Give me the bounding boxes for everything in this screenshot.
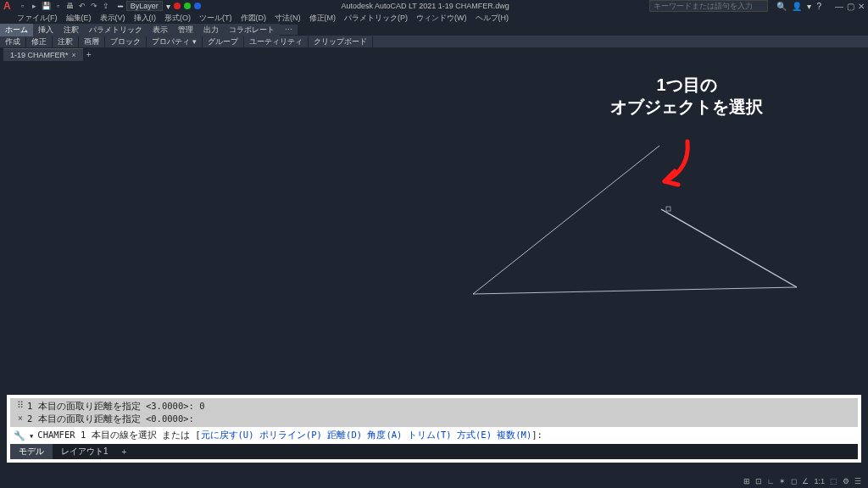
annot-line1: 1つ目の: [610, 74, 763, 96]
cmd-recent-icon[interactable]: ▾: [29, 430, 34, 441]
window-title: Autodesk AutoCAD LT 2021 1-19 CHAMFER.dw…: [201, 2, 650, 10]
svg-line-0: [473, 146, 659, 294]
menu-dim[interactable]: 寸法(N): [275, 13, 301, 24]
ribbon-tabs: ホーム 挿入 注釈 パラメトリック 表示 管理 出力 コラボレート ⋯: [0, 24, 868, 36]
panel-annotate[interactable]: 注釈: [53, 36, 79, 47]
redo-icon[interactable]: ↷: [89, 1, 99, 11]
print-icon[interactable]: 🖶: [65, 1, 75, 11]
minimize-icon[interactable]: —: [835, 2, 843, 11]
close-icon[interactable]: ✕: [858, 2, 865, 11]
panel-clipboard[interactable]: クリップボード: [309, 36, 373, 47]
cmd-hist-line2: 2 本目の面取り距離を指定 <0.0000>:: [27, 413, 854, 425]
panel-utility[interactable]: ユーティリティ: [244, 36, 309, 47]
cmd-option[interactable]: 距離(D): [327, 430, 362, 440]
sb-ortho-icon[interactable]: ∟: [767, 477, 775, 485]
sb-osnap-icon[interactable]: ◻: [791, 477, 797, 485]
menu-view[interactable]: 表示(V): [100, 13, 125, 24]
sb-track-icon[interactable]: ∠: [802, 477, 809, 485]
app-logo: A: [3, 0, 11, 12]
doc-close-icon[interactable]: ×: [72, 51, 76, 59]
tab-home[interactable]: ホーム: [0, 24, 33, 36]
layer-control[interactable]: ━ ByLayer ▾: [118, 1, 201, 11]
cmd-prompt: CHAMFER 1 本目の線を選択 または [元に戻す(U) ポリライン(P) …: [37, 430, 542, 441]
cmd-grip-icon[interactable]: ⠿: [17, 400, 24, 410]
share-icon[interactable]: ⇪: [101, 1, 111, 11]
sb-menu-icon[interactable]: ☰: [854, 477, 861, 485]
cmd-close-icon[interactable]: ×: [18, 413, 23, 423]
menu-modify[interactable]: 修正(M): [309, 13, 337, 24]
command-panel: ⠿ × 1 本目の面取り距離を指定 <3.0000>: 0 2 本目の面取り距離…: [7, 395, 861, 463]
panel-property[interactable]: プロパティ ▾: [147, 36, 203, 47]
search-icon[interactable]: 🔍: [776, 2, 787, 11]
sb-units-icon[interactable]: ⬚: [830, 477, 837, 485]
open-icon[interactable]: ▸: [30, 1, 40, 11]
sb-polar-icon[interactable]: ✶: [779, 477, 786, 485]
undo-icon[interactable]: ↶: [77, 1, 87, 11]
cloud-icon[interactable]: ▾: [807, 2, 811, 11]
help-icon[interactable]: ?: [816, 2, 821, 11]
tab-insert[interactable]: 挿入: [33, 24, 58, 36]
search-input[interactable]: [649, 0, 768, 12]
menu-edit[interactable]: 編集(E): [66, 13, 92, 24]
new-layout-icon[interactable]: +: [117, 447, 132, 457]
cmd-option[interactable]: ポリライン(P): [259, 430, 322, 440]
cmd-option[interactable]: 角度(A): [367, 430, 402, 440]
svg-line-1: [473, 287, 797, 294]
annotation-arrow-icon: [641, 137, 709, 197]
menu-format[interactable]: 形式(O): [164, 13, 191, 24]
panel-group[interactable]: グループ: [203, 36, 244, 47]
panel-block[interactable]: ブロック: [105, 36, 147, 47]
panel-modify[interactable]: 修正: [26, 36, 53, 47]
sb-gear-icon[interactable]: ⚙: [843, 477, 849, 485]
menu-file[interactable]: ファイル(F): [17, 13, 58, 24]
tab-view[interactable]: 表示: [147, 24, 173, 36]
cmd-option[interactable]: トリム(T): [408, 430, 452, 440]
menu-insert[interactable]: 挿入(I): [134, 13, 157, 24]
wrench-icon[interactable]: 🔧: [14, 430, 25, 441]
cmd-option[interactable]: 方式(E): [457, 430, 492, 440]
annot-line2: オブジェクトを選択: [610, 96, 763, 118]
signin-icon[interactable]: 👤: [792, 2, 802, 11]
save-icon[interactable]: 💾: [42, 1, 52, 11]
cmd-option[interactable]: 元に戻す(U): [201, 430, 254, 440]
color-blue-icon[interactable]: [194, 3, 201, 9]
annotation-text: 1つ目の オブジェクトを選択: [610, 74, 763, 118]
tab-collab[interactable]: コラボレート: [224, 24, 280, 36]
ribbon-panels: 作成 修正 注釈 画層 ブロック プロパティ ▾ グループ ユーティリティ クリ…: [0, 36, 868, 47]
tab-output[interactable]: 出力: [198, 24, 224, 36]
drawing-canvas[interactable]: 1つ目の オブジェクトを選択: [0, 61, 868, 395]
tab-expand[interactable]: ⋯: [280, 25, 298, 35]
layer-name[interactable]: ByLayer: [126, 1, 163, 11]
document-tabs: 1-19 CHAMFER* × +: [0, 47, 868, 61]
menu-parametric[interactable]: パラメトリック(P): [344, 13, 408, 24]
color-red-icon[interactable]: [174, 3, 181, 9]
sb-scale[interactable]: 1:1: [814, 477, 825, 485]
menu-help[interactable]: ヘルプ(H): [476, 13, 509, 24]
menu-window[interactable]: ウィンドウ(W): [416, 13, 467, 24]
menu-tool[interactable]: ツール(T): [199, 13, 232, 24]
menubar: ファイル(F) 編集(E) 表示(V) 挿入(I) 形式(O) ツール(T) 作…: [0, 12, 868, 24]
tab-manage[interactable]: 管理: [173, 24, 198, 36]
new-icon[interactable]: ▫: [18, 1, 28, 11]
color-green-icon[interactable]: [184, 3, 191, 9]
layout-tabs: モデル レイアウト1 +: [10, 444, 858, 459]
saveas-icon[interactable]: ▫: [53, 1, 64, 11]
doc-tab[interactable]: 1-19 CHAMFER* ×: [3, 48, 83, 61]
new-doc-icon[interactable]: +: [86, 50, 92, 59]
tab-annotate[interactable]: 注釈: [58, 24, 84, 36]
doc-tab-label: 1-19 CHAMFER*: [10, 51, 69, 59]
command-history: ⠿ × 1 本目の面取り距離を指定 <3.0000>: 0 2 本目の面取り距離…: [10, 398, 858, 427]
chevron-down-icon[interactable]: ▾: [166, 2, 170, 11]
command-input[interactable]: 🔧 ▾ CHAMFER 1 本目の線を選択 または [元に戻す(U) ポリライン…: [10, 427, 858, 444]
maximize-icon[interactable]: ▢: [847, 2, 854, 11]
sb-grid-icon[interactable]: ⊞: [743, 477, 750, 485]
cmd-option[interactable]: 複数(M): [497, 430, 531, 440]
sb-snap-icon[interactable]: ⊡: [755, 477, 762, 485]
panel-create[interactable]: 作成: [0, 36, 26, 47]
line-icon: ━: [118, 2, 123, 11]
menu-draw[interactable]: 作図(D): [241, 13, 267, 24]
tab-model[interactable]: モデル: [10, 444, 53, 459]
tab-parametric[interactable]: パラメトリック: [84, 24, 147, 36]
tab-layout1[interactable]: レイアウト1: [53, 444, 117, 459]
panel-layer[interactable]: 画層: [79, 36, 105, 47]
